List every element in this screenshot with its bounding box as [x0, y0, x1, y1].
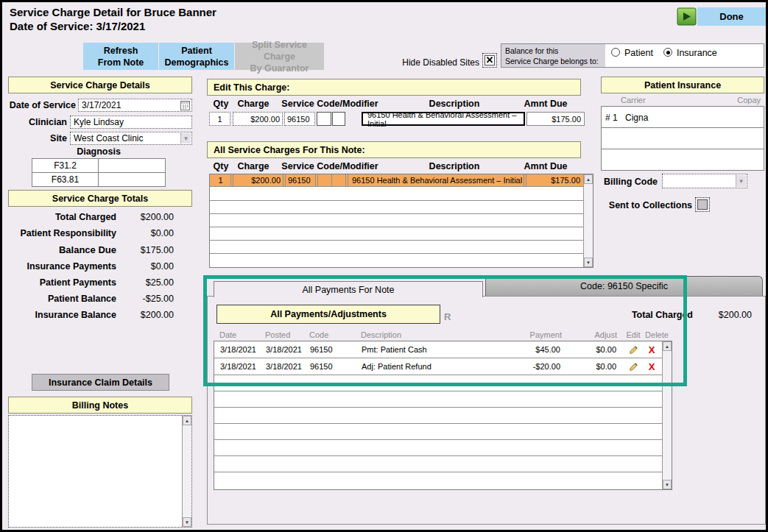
all-service-charges-header: All Service Charges For This Note: [207, 141, 581, 158]
patient-demographics-button[interactable]: Patient Demographics [159, 43, 234, 70]
refresh-line2: From Note [98, 57, 144, 68]
scroll-up-icon[interactable]: ▲ [663, 341, 672, 351]
payment-row-empty[interactable] [214, 440, 663, 456]
tab-all-payments[interactable]: All Payments For Note [214, 281, 483, 297]
payment-row-empty[interactable] [214, 424, 663, 440]
insurance-radio[interactable] [663, 48, 672, 57]
site-dropdown[interactable]: West Coast Clinic ▾ [70, 132, 192, 145]
col-charge: Charge [234, 161, 272, 171]
payment-row-empty[interactable] [214, 456, 663, 472]
modifier-box-2[interactable] [332, 112, 345, 126]
payment-row[interactable]: 3/18/2021 3/18/2021 96150 Pmt: Patient C… [214, 341, 663, 358]
payments-scrollbar[interactable]: ▲ ▼ [662, 341, 672, 489]
col-code: Service Code/Modifier [278, 161, 381, 171]
scroll-down-icon[interactable]: ▼ [663, 480, 672, 489]
payment-adjust: $0.00 [579, 358, 616, 375]
col-posted: Posted [265, 330, 290, 339]
hide-disabled-sites-checkbox[interactable]: ✕ [482, 53, 497, 68]
payment-description: Pmt: Patient Cash [362, 341, 501, 358]
diagnosis-code-1[interactable]: F31.2 [32, 158, 99, 173]
insurance-balance-label: Insurance Balance [2, 310, 116, 320]
insurance-carrier: Cigna [625, 113, 648, 123]
billing-notes-textarea[interactable]: ▲ ▼ [8, 415, 192, 528]
patient-radio-label: Patient [624, 48, 653, 58]
site-value: West Coast Clinic [74, 133, 143, 143]
modifier-box-1[interactable] [317, 112, 331, 126]
payment-posted: 3/18/2021 [266, 358, 309, 375]
charge-row-empty[interactable] [210, 254, 584, 267]
edit-this-charge-header: Edit This Charge: [207, 79, 581, 96]
charge-row-empty[interactable] [210, 201, 584, 214]
col-description: Description [361, 330, 401, 339]
charge-description: 96150 Health & Behavioral Assessment – I… [348, 174, 524, 186]
date-of-service-input[interactable]: 3/17/2021 [78, 99, 192, 112]
split-service-charge-button[interactable]: Split Service Charge By Guarantor [235, 43, 324, 70]
payment-row-empty[interactable] [214, 408, 663, 424]
insurance-payments-label: Insurance Payments [2, 261, 116, 272]
total-charged-value: $200.00 [113, 212, 174, 222]
billing-notes-header: Billing Notes [8, 397, 192, 414]
patient-payments-label: Patient Payments [2, 277, 116, 288]
scroll-up-icon[interactable]: ▲ [183, 416, 191, 425]
edit-pencil-icon[interactable] [625, 358, 641, 375]
charge-row-empty[interactable] [210, 241, 584, 254]
date-of-service-label: Date of Service [2, 100, 76, 110]
hide-disabled-sites-label: Hide Disabled Sites [397, 57, 479, 68]
col-amnt-due: Amnt Due [516, 99, 575, 109]
payments-total-charged-value: $200.00 [693, 310, 752, 320]
clinician-input[interactable]: Kyle Lindsay [70, 116, 192, 129]
carrier-column-label: Carrier [621, 96, 646, 104]
go-icon[interactable] [677, 7, 697, 26]
edit-code-field[interactable]: 96150 [284, 112, 315, 126]
scroll-down-icon[interactable]: ▼ [183, 517, 191, 527]
r-marker: R [444, 311, 451, 322]
chevron-down-icon[interactable]: ▾ [736, 175, 746, 187]
service-charge-totals-header: Service Charge Totals [8, 190, 192, 207]
edit-pencil-icon[interactable] [625, 341, 641, 358]
total-charged-label: Total Charged [2, 212, 116, 222]
diagnosis-grid: F31.2 F63.81 [32, 158, 166, 188]
charge-row-empty[interactable] [210, 214, 584, 227]
diagnosis-code-3[interactable]: F63.81 [32, 172, 99, 187]
refresh-from-note-button[interactable]: Refresh From Note [83, 43, 158, 70]
col-date: Date [219, 330, 236, 339]
diagnosis-code-4[interactable] [98, 172, 166, 187]
payment-row-empty[interactable] [214, 375, 663, 391]
balance-label-line1: Balance for this [505, 46, 605, 56]
chevron-down-icon[interactable]: ▾ [180, 133, 191, 143]
done-button[interactable]: Done [697, 7, 766, 26]
insurance-radio-label: Insurance [677, 48, 717, 58]
delete-x-icon[interactable]: X [643, 358, 660, 375]
sent-to-collections-checkbox[interactable] [695, 197, 710, 212]
charge-row-empty[interactable] [210, 227, 584, 241]
insurance-row-empty[interactable] [602, 149, 764, 171]
edit-description-field[interactable]: 96150 Health & Behavioral Assessment – I… [362, 112, 525, 126]
charge-code: 96150 [285, 174, 316, 186]
diagnosis-code-2[interactable] [98, 158, 166, 173]
split-line1: Split Service Charge [235, 39, 324, 63]
billing-notes-scrollbar[interactable]: ▲ ▼ [182, 416, 191, 527]
insurance-row-empty[interactable] [602, 128, 764, 149]
payment-row-empty[interactable] [214, 391, 663, 408]
delete-x-icon[interactable]: X [643, 341, 660, 358]
payment-row[interactable]: 3/18/2021 3/18/2021 96150 Adj: Patient R… [214, 358, 663, 375]
edit-charge-field[interactable]: $200.00 [233, 112, 283, 126]
charge-row-selected[interactable]: 1 $200.00 96150 96150 Health & Behaviora… [210, 174, 584, 187]
charge-mod2 [333, 174, 346, 186]
service-charge-detail-window: { "colors": { "header_yellow": "#FCFBD0"… [0, 0, 768, 532]
payment-row-empty[interactable] [214, 472, 663, 489]
patient-radio[interactable] [611, 48, 620, 57]
calendar-icon[interactable] [180, 101, 190, 113]
charge-row-empty[interactable] [210, 187, 584, 201]
col-qty: Qty [210, 99, 232, 109]
insurance-row[interactable]: # 1 Cigna [602, 107, 764, 128]
edit-amnt-due-field: $175.00 [526, 112, 585, 126]
all-charges-scrollbar[interactable]: ▲ ▼ [583, 174, 593, 267]
edit-qty-field[interactable]: 1 [209, 112, 230, 126]
billing-code-dropdown[interactable]: ▾ [662, 174, 747, 188]
payment-code: 96150 [310, 341, 343, 358]
tab-code-specific[interactable]: Code: 96150 Specific [485, 276, 763, 296]
insurance-claim-details-button[interactable]: Insurance Claim Details [32, 374, 169, 391]
col-delete: Delete [644, 330, 670, 339]
scroll-down-icon[interactable]: ▼ [584, 258, 593, 267]
